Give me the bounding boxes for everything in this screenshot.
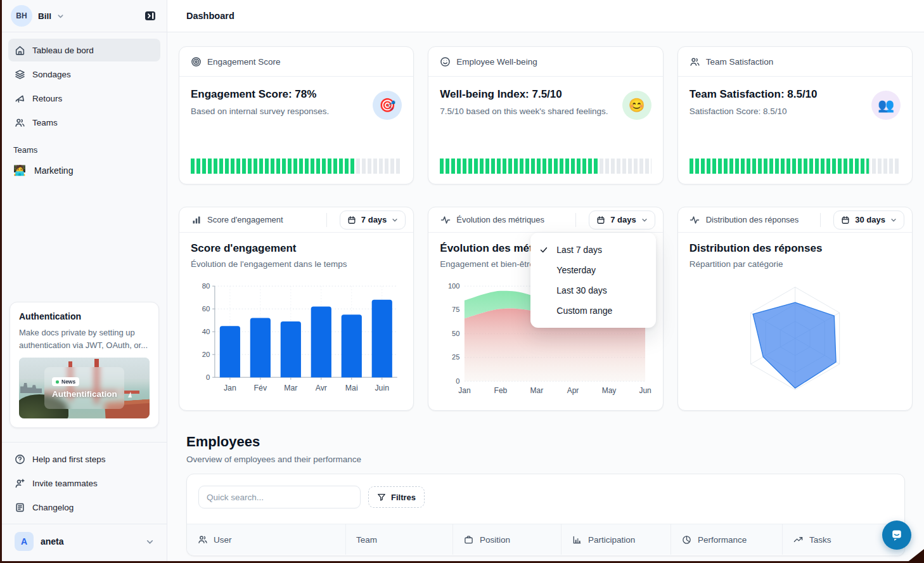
date-range-button[interactable]: 30 days xyxy=(833,210,904,230)
divider xyxy=(2,442,167,443)
sidebar-item-help[interactable]: Help and first steps xyxy=(8,448,160,470)
svg-text:Jun: Jun xyxy=(639,386,651,395)
sidebar-item-label: Teams xyxy=(32,118,58,127)
svg-text:Apr: Apr xyxy=(567,386,579,395)
column-header-label: Position xyxy=(480,535,510,545)
sidebar-item-invite[interactable]: Invite teammates xyxy=(8,472,160,495)
stat-card-header: Engagement Score xyxy=(179,47,413,77)
menu-item-custom-range[interactable]: Custom range xyxy=(530,301,656,321)
svg-text:Mai: Mai xyxy=(345,384,358,392)
users-icon xyxy=(690,56,700,67)
column-header-user[interactable]: User xyxy=(187,524,345,555)
date-range-label: 7 days xyxy=(610,215,636,224)
sidebar-item-label: Invite teammates xyxy=(32,479,98,488)
panel-collapse-icon xyxy=(143,9,157,23)
svg-text:80: 80 xyxy=(202,282,210,290)
page-title: Dashboard xyxy=(186,11,234,21)
svg-text:75: 75 xyxy=(452,306,459,313)
sidebar-item-label: Changelog xyxy=(32,503,74,512)
promo-card-authentication[interactable]: Authentication Make docs private by sett… xyxy=(10,302,159,428)
bar-chart: 020406080JanFévMarAvrMaiJuin xyxy=(191,273,402,406)
promo-title: Authentication xyxy=(19,311,150,321)
employees-section-header: Employees Overview of employees and thei… xyxy=(186,434,905,464)
activity-icon xyxy=(690,215,700,225)
sidebar-item-team-marketing[interactable]: 🧑‍💻 Marketing xyxy=(2,160,167,181)
svg-text:Fév: Fév xyxy=(254,384,267,392)
stat-card-header-label: Engagement Score xyxy=(207,57,281,67)
stat-title: Team Satisfaction: 8.5/10 xyxy=(690,88,901,101)
sidebar-item-changelog[interactable]: Changelog xyxy=(8,496,160,519)
content-scroll-area[interactable]: Engagement Score Engagement Score: 78% B… xyxy=(167,32,924,561)
column-header-participation[interactable]: Participation xyxy=(561,524,671,555)
chart-card-header-label: Distribution des réponses xyxy=(706,215,799,224)
workspace-row-aneta[interactable]: A aneta xyxy=(8,528,160,555)
column-header-performance[interactable]: Performance xyxy=(671,524,782,555)
svg-text:Mar: Mar xyxy=(530,386,544,395)
sidebar-item-label: Tableau de bord xyxy=(32,46,94,55)
radar-chart xyxy=(690,273,901,406)
workspace-name: aneta xyxy=(41,536,64,547)
bar-chart-icon xyxy=(572,535,582,545)
promo-body: Make docs private by setting up authenti… xyxy=(19,327,150,351)
stat-card-wellbeing: Employee Well-being Well-being Index: 7.… xyxy=(428,46,663,184)
sidebar-footer: Help and first steps Invite teammates Ch… xyxy=(2,436,167,520)
column-header-label: Participation xyxy=(588,535,635,545)
column-header-label: Tasks xyxy=(809,535,831,545)
stat-title: Engagement Score: 78% xyxy=(191,88,402,101)
menu-item-last-7-days[interactable]: Last 7 days xyxy=(530,240,656,260)
workspace-switcher[interactable]: BH Bill xyxy=(2,0,167,32)
help-circle-icon xyxy=(15,454,25,465)
date-range-button[interactable]: 7 days xyxy=(340,210,406,230)
date-range-menu: Last 7 days Yesterday Last 30 days xyxy=(530,233,656,328)
technologist-emoji-icon: 🧑‍💻 xyxy=(13,164,26,176)
svg-text:Mar: Mar xyxy=(284,384,297,392)
target-icon xyxy=(191,56,202,67)
chart-title: Distribution des réponses xyxy=(690,242,901,255)
column-header-team[interactable]: Team xyxy=(345,524,452,555)
sidebar-item-feedback[interactable]: Retours xyxy=(8,87,160,110)
search-input[interactable] xyxy=(198,486,361,508)
user-plus-icon xyxy=(15,478,25,489)
workspace-avatar: A xyxy=(15,532,34,551)
menu-item-last-30-days[interactable]: Last 30 days xyxy=(530,280,656,301)
stat-card-header-label: Team Satisfaction xyxy=(706,57,774,67)
target-emoji-icon: 🎯 xyxy=(373,91,402,120)
chart-card-header: Évolution des métriques 7 days xyxy=(428,207,662,233)
column-header-position[interactable]: Position xyxy=(452,524,561,555)
promo-image-caption: Authentification xyxy=(52,389,117,399)
menu-item-label: Last 30 days xyxy=(556,285,606,295)
svg-text:25: 25 xyxy=(452,353,459,361)
chat-bubble-icon xyxy=(889,527,904,543)
svg-text:Feb: Feb xyxy=(494,386,508,395)
pie-chart-icon xyxy=(681,535,692,545)
stat-subtitle: 7.5/10 based on this week's shared feeli… xyxy=(440,107,651,116)
svg-text:Juin: Juin xyxy=(375,384,389,392)
date-range-button[interactable]: 7 days xyxy=(589,210,655,230)
sidebar-item-dashboard[interactable]: Tableau de bord xyxy=(8,39,160,61)
svg-text:100: 100 xyxy=(448,282,460,290)
menu-item-label: Custom range xyxy=(556,306,612,316)
menu-item-yesterday[interactable]: Yesterday xyxy=(530,260,656,280)
chat-launcher-button[interactable] xyxy=(882,521,911,550)
promo-image-sailboat xyxy=(128,392,132,398)
stat-card-header: Employee Well-being xyxy=(428,47,662,77)
badge-dot-icon xyxy=(56,380,59,384)
sidebar-item-teams[interactable]: Teams xyxy=(8,111,160,134)
stat-card-header: Team Satisfaction xyxy=(678,47,912,77)
sidebar-item-label: Sondages xyxy=(32,70,71,79)
promo-overlay-card: News Authentification xyxy=(44,367,124,409)
sidebar-collapse-button[interactable] xyxy=(141,7,159,25)
users-icon xyxy=(15,117,25,128)
check-icon xyxy=(539,245,556,254)
sidebar-item-label: Retours xyxy=(32,94,62,103)
sidebar-item-surveys[interactable]: Sondages xyxy=(8,63,160,86)
stat-card-header-label: Employee Well-being xyxy=(456,57,537,67)
calendar-icon xyxy=(347,216,356,224)
employees-table-card: Filtres User Team xyxy=(186,474,905,556)
menu-item-label: Yesterday xyxy=(556,265,596,275)
activity-icon xyxy=(440,215,451,225)
chart-subtitle: Évolution de l'engagement dans le temps xyxy=(191,259,402,269)
filters-button[interactable]: Filtres xyxy=(368,486,425,508)
date-range-label: 30 days xyxy=(855,215,885,224)
chart-card-engagement-score: Score d'engagement 7 days Score d'engage… xyxy=(179,207,414,411)
